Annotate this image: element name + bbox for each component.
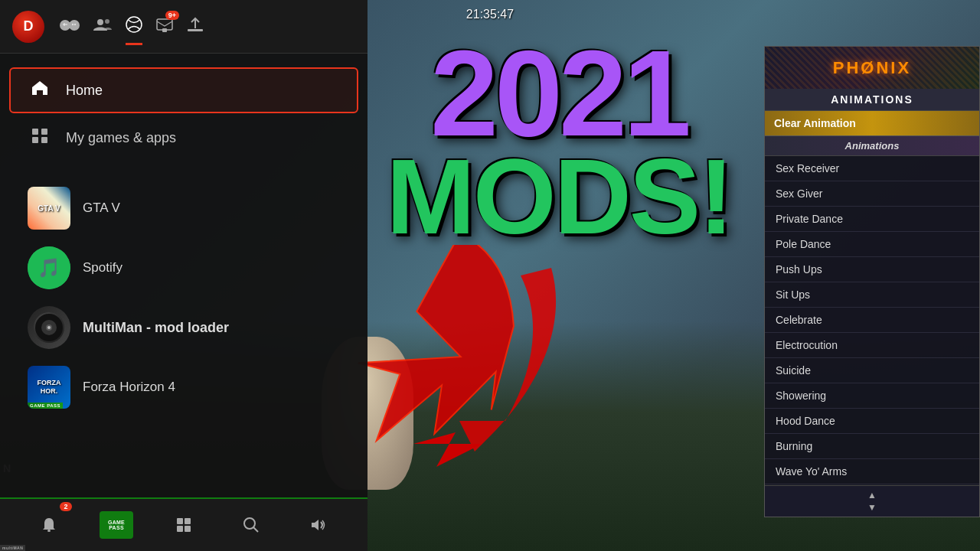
people-icon[interactable]: [93, 17, 112, 37]
svg-rect-4: [64, 23, 65, 26]
svg-point-5: [72, 23, 74, 24]
time-display: 21:35:47: [466, 8, 514, 21]
animations-section-header: Animations: [765, 136, 979, 156]
animation-item-11[interactable]: Burning: [765, 434, 979, 459]
clear-animation-button[interactable]: Clear Animation: [765, 111, 979, 136]
home-icon: [29, 80, 51, 101]
games-apps-label: My games & apps: [66, 130, 176, 146]
mods-logo: PHØNIX: [833, 58, 911, 78]
home-label: Home: [66, 83, 103, 99]
gta-icon: GTA V: [28, 187, 70, 230]
svg-point-26: [244, 518, 255, 529]
scroll-up-arrow[interactable]: ▲: [866, 489, 878, 501]
store-icon[interactable]: [167, 508, 201, 542]
game-pass-bottom-icon[interactable]: GAME PASS: [100, 508, 133, 542]
upload-icon[interactable]: [187, 16, 204, 37]
app-spotify[interactable]: 🎵 Spotify: [9, 239, 358, 297]
svg-rect-12: [188, 29, 203, 31]
app-forza[interactable]: FORZAHOR. GAME PASS Forza Horizon 4: [9, 358, 358, 416]
xbox-topbar: D: [0, 0, 368, 54]
multiman-label: MultiMan - mod loader: [83, 320, 229, 336]
mods-panel: PHØNIX ANIMATIONS Clear Animation Animat…: [764, 46, 980, 517]
forza-label: Forza Horizon 4: [83, 380, 175, 395]
spotify-icon: 🎵: [28, 246, 70, 289]
animation-item-7[interactable]: Electrocution: [765, 333, 979, 358]
svg-rect-23: [185, 518, 191, 524]
animation-item-3[interactable]: Pole Dance: [765, 232, 979, 257]
mods-title: ANIMATIONS: [765, 89, 979, 111]
multiman-icon: multiMAN: [28, 306, 70, 349]
app-gta[interactable]: GTA V GTA V: [9, 179, 358, 237]
notifications-icon[interactable]: 2: [32, 508, 66, 542]
svg-rect-25: [185, 526, 191, 532]
svg-point-9: [126, 17, 142, 32]
svg-rect-22: [177, 518, 183, 524]
animation-item-1[interactable]: Sex Giver: [765, 181, 979, 207]
grid-icon: [29, 127, 51, 148]
controller-icon[interactable]: [60, 17, 80, 37]
animation-item-12[interactable]: Wave Yo' Arms: [765, 459, 979, 484]
animation-item-0[interactable]: Sex Receiver: [765, 156, 979, 181]
nav-home[interactable]: Home: [9, 67, 358, 113]
animations-list: Sex ReceiverSex GiverPrivate DancePole D…: [765, 156, 979, 485]
notification-badge: 2: [60, 502, 72, 511]
xbox-main-nav: Home My games & apps GTA V GTA V: [0, 54, 368, 497]
svg-point-7: [97, 19, 103, 25]
xbox-overlay-panel: D: [0, 0, 368, 551]
svg-rect-11: [162, 28, 167, 32]
mods-header-banner: PHØNIX: [765, 47, 979, 89]
messages-icon[interactable]: 9+: [156, 17, 173, 37]
animation-item-9[interactable]: Showering: [765, 383, 979, 409]
avatar[interactable]: D: [12, 11, 44, 43]
svg-point-8: [105, 19, 109, 24]
xbox-logo-icon[interactable]: [126, 16, 142, 37]
xbox-nav-icons: 9+: [60, 16, 355, 37]
nav-games-apps[interactable]: My games & apps: [9, 115, 358, 161]
spotify-label: Spotify: [83, 260, 122, 276]
volume-icon[interactable]: [302, 508, 335, 542]
message-badge: 9+: [165, 11, 179, 20]
gta-label: GTA V: [83, 201, 120, 216]
animation-item-4[interactable]: Push Ups: [765, 257, 979, 282]
forza-icon: FORZAHOR. GAME PASS: [28, 366, 70, 409]
xbox-bottombar: 2 GAME PASS: [0, 497, 368, 551]
search-icon[interactable]: [234, 508, 268, 542]
animation-item-6[interactable]: Celebrate: [765, 308, 979, 333]
svg-rect-16: [41, 137, 47, 143]
animation-item-8[interactable]: Suicide: [765, 358, 979, 383]
svg-point-6: [74, 23, 76, 24]
svg-rect-10: [157, 19, 172, 30]
animation-item-2[interactable]: Private Dance: [765, 207, 979, 232]
svg-rect-15: [32, 137, 38, 143]
animation-item-5[interactable]: Sit Ups: [765, 282, 979, 308]
svg-rect-14: [41, 129, 47, 135]
svg-rect-21: [47, 530, 51, 532]
svg-rect-13: [32, 129, 38, 135]
scroll-down-arrow[interactable]: ▼: [866, 501, 878, 514]
game-pass-badge: GAME PASS: [28, 403, 63, 409]
animation-item-10[interactable]: Hood Dance: [765, 409, 979, 434]
svg-point-20: [47, 326, 51, 329]
app-multiman[interactable]: multiMAN MultiMan - mod loader: [9, 298, 358, 357]
svg-rect-24: [177, 526, 183, 532]
